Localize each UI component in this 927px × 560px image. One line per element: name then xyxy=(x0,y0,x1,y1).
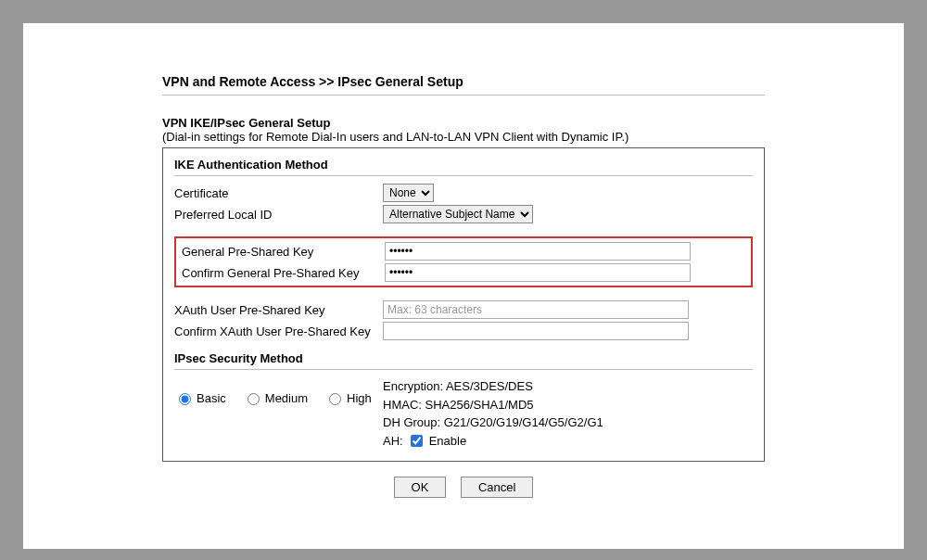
basic-radio-label[interactable]: Basic xyxy=(174,390,226,405)
high-radio[interactable] xyxy=(329,393,341,405)
ike-auth-heading: IKE Authentication Method xyxy=(174,158,753,172)
confirm-xauth-psk-input[interactable] xyxy=(383,322,689,340)
certificate-label: Certificate xyxy=(174,186,383,200)
xauth-psk-label: XAuth User Pre-Shared Key xyxy=(174,303,383,317)
xauth-psk-input[interactable] xyxy=(383,300,689,319)
preferred-local-id-select[interactable]: Alternative Subject Name xyxy=(383,205,533,223)
ah-enable-text: Enable xyxy=(429,432,466,451)
confirm-general-psk-input[interactable] xyxy=(385,263,691,282)
high-radio-text: High xyxy=(347,391,372,405)
confirm-xauth-psk-label: Confirm XAuth User Pre-Shared Key xyxy=(174,325,383,338)
certificate-select[interactable]: None xyxy=(383,184,434,202)
preferred-local-id-label: Preferred Local ID xyxy=(174,208,383,222)
section-subtitle: (Dial-in settings for Remote Dial-In use… xyxy=(162,130,765,144)
basic-radio-text: Basic xyxy=(197,391,226,405)
medium-radio-label[interactable]: Medium xyxy=(243,390,308,405)
ah-enable-checkbox[interactable] xyxy=(411,435,423,447)
cancel-button[interactable]: Cancel xyxy=(461,477,533,498)
divider xyxy=(174,175,753,176)
security-method-radio-group: Basic Medium High xyxy=(174,377,383,405)
general-psk-input[interactable] xyxy=(385,242,691,261)
basic-radio[interactable] xyxy=(179,393,191,405)
divider xyxy=(174,369,753,370)
confirm-general-psk-label: Confirm General Pre-Shared Key xyxy=(182,266,385,280)
section-title: VPN IKE/IPsec General Setup xyxy=(162,116,765,130)
psk-highlight-box: General Pre-Shared Key Confirm General P… xyxy=(174,236,753,287)
ok-button[interactable]: OK xyxy=(394,477,447,498)
encryption-line: Encryption: AES/3DES/DES xyxy=(383,377,603,396)
general-psk-label: General Pre-Shared Key xyxy=(182,245,385,259)
settings-panel: IKE Authentication Method Certificate No… xyxy=(162,147,765,462)
ah-label: AH: xyxy=(383,432,403,451)
breadcrumb: VPN and Remote Access >> IPsec General S… xyxy=(162,74,765,95)
security-details: Encryption: AES/3DES/DES HMAC: SHA256/SH… xyxy=(383,377,603,450)
high-radio-label[interactable]: High xyxy=(324,390,372,405)
medium-radio-text: Medium xyxy=(265,391,308,405)
hmac-line: HMAC: SHA256/SHA1/MD5 xyxy=(383,396,603,414)
ipsec-security-heading: IPsec Security Method xyxy=(174,351,753,365)
medium-radio[interactable] xyxy=(248,393,260,405)
dhgroup-line: DH Group: G21/G20/G19/G14/G5/G2/G1 xyxy=(383,414,603,432)
